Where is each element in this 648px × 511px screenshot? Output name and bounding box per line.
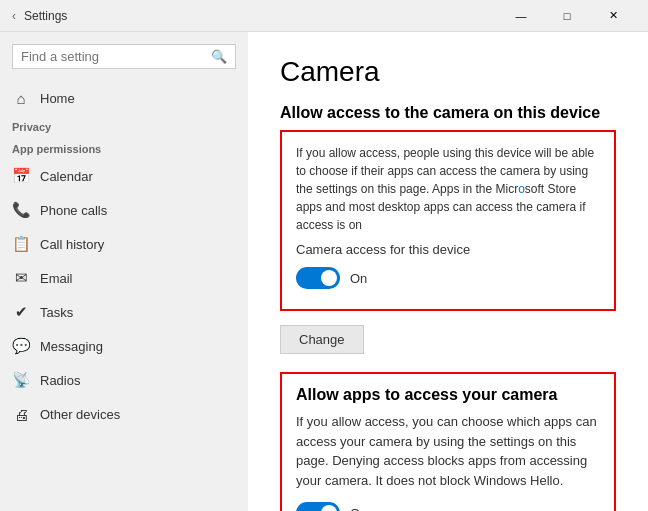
window-controls: — □ ✕ (498, 0, 636, 32)
toggle-apps-label: On (350, 506, 367, 512)
box-title: Camera access for this device (296, 242, 600, 257)
sidebar: 🔍 ⌂ Home Privacy App permissions 📅 Calen… (0, 32, 248, 511)
camera-access-box: If you allow access, people using this d… (280, 130, 616, 311)
sidebar-item-home[interactable]: ⌂ Home (0, 81, 248, 115)
sidebar-item-email[interactable]: ✉ Email (0, 261, 248, 295)
sidebar-item-messaging[interactable]: 💬 Messaging (0, 329, 248, 363)
sidebar-item-label: Radios (40, 373, 80, 388)
sidebar-item-tasks[interactable]: ✔ Tasks (0, 295, 248, 329)
section2-desc: If you allow access, you can choose whic… (296, 412, 600, 490)
sidebar-item-label: Messaging (40, 339, 103, 354)
search-icon: 🔍 (211, 49, 227, 64)
toggle-row-apps: On (296, 502, 600, 511)
sidebar-item-label: Phone calls (40, 203, 107, 218)
toggle-thumb-apps (321, 505, 337, 511)
search-bar[interactable]: 🔍 (12, 44, 236, 69)
sidebar-item-label: Email (40, 271, 73, 286)
page-title: Camera (280, 56, 616, 88)
titlebar: ‹ Settings — □ ✕ (0, 0, 648, 32)
messaging-icon: 💬 (12, 337, 30, 355)
camera-access-toggle[interactable] (296, 267, 340, 289)
close-button[interactable]: ✕ (590, 0, 636, 32)
toggle-label: On (350, 271, 367, 286)
sidebar-item-call-history[interactable]: 📋 Call history (0, 227, 248, 261)
app-body: 🔍 ⌂ Home Privacy App permissions 📅 Calen… (0, 32, 648, 511)
main-content: Camera Allow access to the camera on thi… (248, 32, 648, 511)
sidebar-item-calendar[interactable]: 📅 Calendar (0, 159, 248, 193)
titlebar-left: ‹ Settings (12, 9, 67, 23)
sidebar-item-label: Other devices (40, 407, 120, 422)
radios-icon: 📡 (12, 371, 30, 389)
sidebar-item-label: Call history (40, 237, 104, 252)
section2-title: Allow apps to access your camera (296, 386, 600, 404)
allow-apps-box: Allow apps to access your camera If you … (280, 372, 616, 511)
history-icon: 📋 (12, 235, 30, 253)
toggle-thumb (321, 270, 337, 286)
sidebar-item-phone-calls[interactable]: 📞 Phone calls (0, 193, 248, 227)
home-icon: ⌂ (12, 89, 30, 107)
sidebar-item-radios[interactable]: 📡 Radios (0, 363, 248, 397)
maximize-button[interactable]: □ (544, 0, 590, 32)
sidebar-item-label: Home (40, 91, 75, 106)
search-input[interactable] (21, 49, 205, 64)
phone-icon: 📞 (12, 201, 30, 219)
sidebar-item-other-devices[interactable]: 🖨 Other devices (0, 397, 248, 431)
other-devices-icon: 🖨 (12, 405, 30, 423)
sidebar-item-label: Calendar (40, 169, 93, 184)
sidebar-app-permissions-label: App permissions (0, 137, 248, 159)
sidebar-item-label: Tasks (40, 305, 73, 320)
app-title: Settings (24, 9, 67, 23)
email-icon: ✉ (12, 269, 30, 287)
minimize-button[interactable]: — (498, 0, 544, 32)
calendar-icon: 📅 (12, 167, 30, 185)
toggle-row-device: On (296, 267, 600, 289)
allow-apps-toggle[interactable] (296, 502, 340, 511)
section1-title: Allow access to the camera on this devic… (280, 104, 616, 122)
sidebar-privacy-label: Privacy (0, 115, 248, 137)
change-button[interactable]: Change (280, 325, 364, 354)
tasks-icon: ✔ (12, 303, 30, 321)
back-button[interactable]: ‹ (12, 9, 16, 23)
section1-partial-desc: If you allow access, people using this d… (296, 144, 600, 234)
